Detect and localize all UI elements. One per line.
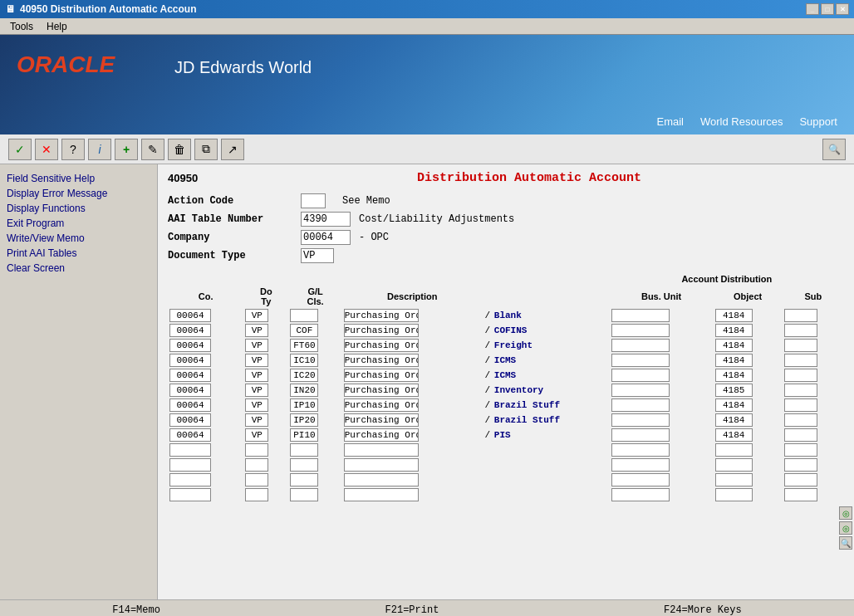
f24-key[interactable]: F24=More Keys bbox=[664, 604, 742, 616]
cell-input-cls-9[interactable] bbox=[290, 443, 318, 457]
cell-input-sub-1[interactable] bbox=[784, 324, 817, 337]
cell-input-co-7[interactable] bbox=[169, 413, 211, 427]
cell-input-cls-5[interactable] bbox=[290, 384, 318, 397]
menu-tools[interactable]: Tools bbox=[3, 19, 40, 34]
cell-input-obj-1[interactable] bbox=[715, 324, 753, 337]
cell-input-cls-1[interactable] bbox=[290, 324, 318, 337]
cell-input-bus-12[interactable] bbox=[611, 488, 670, 501]
cell-input-ty-5[interactable] bbox=[245, 384, 268, 397]
cell-input-sub-6[interactable] bbox=[784, 398, 817, 412]
cell-input-co-9[interactable] bbox=[169, 443, 211, 457]
cell-input-bus-4[interactable] bbox=[611, 369, 670, 382]
cell-input-cls-2[interactable] bbox=[290, 339, 318, 352]
sidebar-item-display-error-message[interactable]: Display Error Message bbox=[3, 186, 154, 201]
cell-input-ty-7[interactable] bbox=[245, 413, 268, 427]
cell-input-ty-9[interactable] bbox=[245, 443, 268, 457]
cell-input-sub-4[interactable] bbox=[784, 369, 817, 382]
scroll-mid-icon[interactable]: ◎ bbox=[839, 521, 852, 535]
cell-input-co-1[interactable] bbox=[169, 324, 211, 337]
cell-input-ty-3[interactable] bbox=[245, 354, 268, 367]
f21-key[interactable]: F21=Print bbox=[385, 604, 439, 616]
cell-input-sub-7[interactable] bbox=[784, 413, 817, 427]
maximize-button[interactable]: □ bbox=[821, 3, 834, 15]
cell-input-bus-9[interactable] bbox=[611, 443, 670, 457]
cell-input-desc-10[interactable] bbox=[344, 458, 419, 472]
cell-input-cls-6[interactable] bbox=[290, 398, 318, 412]
cell-input-obj-4[interactable] bbox=[715, 369, 753, 382]
cell-input-co-12[interactable] bbox=[169, 488, 211, 501]
world-resources-link[interactable]: World Resources bbox=[700, 115, 783, 128]
cell-input-cls-4[interactable] bbox=[290, 369, 318, 382]
cell-input-desc-0[interactable] bbox=[344, 309, 419, 322]
cell-input-bus-6[interactable] bbox=[611, 398, 670, 412]
copy-button[interactable]: ⧉ bbox=[194, 139, 218, 160]
cell-input-desc-6[interactable] bbox=[344, 398, 419, 412]
edit-button[interactable]: ✎ bbox=[141, 139, 164, 160]
cell-input-obj-11[interactable] bbox=[715, 473, 753, 486]
cell-input-sub-8[interactable] bbox=[784, 428, 817, 442]
cell-input-sub-2[interactable] bbox=[784, 339, 817, 352]
delete-button[interactable]: 🗑 bbox=[168, 139, 191, 160]
cell-input-bus-5[interactable] bbox=[611, 384, 670, 397]
cell-input-sub-10[interactable] bbox=[784, 458, 817, 472]
cell-input-bus-1[interactable] bbox=[611, 324, 670, 337]
search-button[interactable]: 🔍 bbox=[822, 139, 846, 160]
email-link[interactable]: Email bbox=[656, 115, 684, 128]
cell-input-desc-2[interactable] bbox=[344, 339, 419, 352]
cell-input-co-10[interactable] bbox=[169, 458, 211, 472]
cell-input-desc-8[interactable] bbox=[344, 428, 419, 442]
cell-input-co-5[interactable] bbox=[169, 384, 211, 397]
support-link[interactable]: Support bbox=[799, 115, 837, 128]
cell-input-sub-5[interactable] bbox=[784, 384, 817, 397]
cell-input-ty-2[interactable] bbox=[245, 339, 268, 352]
cell-input-bus-3[interactable] bbox=[611, 354, 670, 367]
check-button[interactable]: ✓ bbox=[8, 139, 32, 160]
cell-input-obj-8[interactable] bbox=[715, 428, 753, 442]
cell-input-co-8[interactable] bbox=[169, 428, 211, 442]
cell-input-cls-8[interactable] bbox=[290, 428, 318, 442]
cancel-button[interactable]: ✕ bbox=[35, 139, 58, 160]
cell-input-co-4[interactable] bbox=[169, 369, 211, 382]
info-button[interactable]: i bbox=[88, 139, 111, 160]
sidebar-item-exit-program[interactable]: Exit Program bbox=[3, 216, 154, 231]
cell-input-ty-6[interactable] bbox=[245, 398, 268, 412]
cell-input-cls-0[interactable] bbox=[290, 309, 318, 322]
cell-input-obj-12[interactable] bbox=[715, 488, 753, 501]
cell-input-co-3[interactable] bbox=[169, 354, 211, 367]
action-code-input[interactable] bbox=[301, 193, 326, 208]
cell-input-ty-11[interactable] bbox=[245, 473, 268, 486]
cell-input-co-6[interactable] bbox=[169, 398, 211, 412]
sidebar-item-print-aai-tables[interactable]: Print AAI Tables bbox=[3, 246, 154, 261]
minimize-button[interactable]: _ bbox=[806, 3, 819, 15]
cell-input-desc-7[interactable] bbox=[344, 413, 419, 427]
cell-input-ty-1[interactable] bbox=[245, 324, 268, 337]
cell-input-co-11[interactable] bbox=[169, 473, 211, 486]
export-button[interactable]: ↗ bbox=[221, 139, 244, 160]
cell-input-sub-9[interactable] bbox=[784, 443, 817, 457]
cell-input-bus-7[interactable] bbox=[611, 413, 670, 427]
cell-input-ty-4[interactable] bbox=[245, 369, 268, 382]
cell-input-ty-0[interactable] bbox=[245, 309, 268, 322]
sidebar-item-display-functions[interactable]: Display Functions bbox=[3, 201, 154, 216]
cell-input-desc-4[interactable] bbox=[344, 369, 419, 382]
cell-input-obj-9[interactable] bbox=[715, 443, 753, 457]
scroll-up-icon[interactable]: ◎ bbox=[839, 506, 852, 520]
cell-input-sub-11[interactable] bbox=[784, 473, 817, 486]
cell-input-sub-3[interactable] bbox=[784, 354, 817, 367]
cell-input-cls-7[interactable] bbox=[290, 413, 318, 427]
f14-key[interactable]: F14=Memo bbox=[112, 604, 160, 616]
cell-input-obj-3[interactable] bbox=[715, 354, 753, 367]
add-button[interactable]: + bbox=[115, 139, 138, 160]
cell-input-co-2[interactable] bbox=[169, 339, 211, 352]
cell-input-bus-10[interactable] bbox=[611, 458, 670, 472]
cell-input-obj-0[interactable] bbox=[715, 309, 753, 322]
cell-input-obj-10[interactable] bbox=[715, 458, 753, 472]
cell-input-desc-11[interactable] bbox=[344, 473, 419, 486]
cell-input-bus-11[interactable] bbox=[611, 473, 670, 486]
cell-input-ty-10[interactable] bbox=[245, 458, 268, 472]
sidebar-item-write-view-memo[interactable]: Write/View Memo bbox=[3, 231, 154, 246]
sidebar-item-field-sensitive-help[interactable]: Field Sensitive Help bbox=[3, 171, 154, 186]
cell-input-co-0[interactable] bbox=[169, 309, 211, 322]
cell-input-ty-8[interactable] bbox=[245, 428, 268, 442]
cell-input-cls-12[interactable] bbox=[290, 488, 318, 501]
